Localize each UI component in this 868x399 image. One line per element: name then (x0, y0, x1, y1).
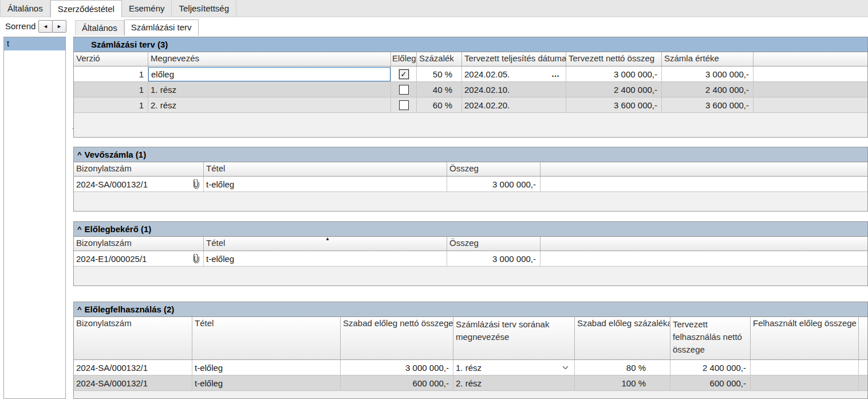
column-header-row: Bizonylatszám Tétel Összeg (74, 162, 867, 177)
cell-megnevezes: 1. rész (148, 82, 391, 97)
section-title: Vevőszámla (1) (85, 150, 147, 159)
table-row[interactable]: 1 ✓ 50 % 2024.02.05. … 3 000 000,- 3 000… (74, 66, 867, 82)
subtab-label: Számlázási terv (131, 22, 192, 32)
col-header-netto[interactable]: Tervezett nettó összeg (566, 52, 662, 66)
cell-filler (859, 375, 867, 390)
col-header-label: Megnevezés (151, 53, 199, 63)
col-header-felhasznalt[interactable]: Felhasznált előleg összege (751, 317, 859, 359)
cell-felhasznalt (751, 360, 859, 375)
section-header-szamlazasi-terv[interactable]: Számlázási terv (3) (74, 37, 867, 52)
col-header-bizonylatszam[interactable]: Bizonylatszám (74, 162, 204, 176)
col-header-tetel[interactable]: Tétel (204, 162, 447, 176)
col-header-bizonylatszam[interactable]: Bizonylatszám (74, 237, 204, 251)
tab-altalanos[interactable]: Általános (0, 1, 50, 17)
paperclip-icon[interactable] (193, 179, 201, 189)
table-row[interactable]: 2024-E1/000025/1 t-előleg 3 000 000,- (74, 251, 867, 267)
col-header-label: Tervezett nettó összeg (569, 53, 654, 63)
cell-osszeg: 3 000 000,- (447, 251, 540, 266)
cell-tetel: t-előleg (204, 251, 447, 266)
cell-datum: 2024.02.10. (462, 82, 566, 97)
tab-label: Szerződéstétel (58, 4, 115, 14)
panel-elolegfelhasznalas: ^ Előlegfelhasználás (2) Bizonylatszám T… (73, 302, 868, 399)
cell-szamla-erteke: 2 400 000,- (662, 82, 753, 97)
date-picker-button[interactable]: … (551, 71, 563, 77)
col-header-label: Bizonylatszám (76, 163, 132, 173)
col-header-megnevezes[interactable]: Megnevezés (148, 52, 391, 66)
eloleg-checkbox[interactable] (399, 100, 409, 110)
sorrend-listbox[interactable]: t (3, 37, 66, 399)
table-row[interactable]: 2024-SA/000132/1 t-előleg 600 000,- 2. r… (74, 375, 867, 391)
eloleg-checkbox[interactable] (399, 85, 409, 95)
cell-datum: 2024.02.20. (462, 97, 566, 112)
col-header-terv-sor[interactable]: Számlázási terv sorának megnevezése (453, 317, 575, 359)
tab-label: Általános (7, 3, 43, 13)
cell-eloleg (391, 97, 417, 112)
panel-szamlazasi-terv: Számlázási terv (3) Verzió Megnevezés El… (73, 37, 868, 138)
subtab-altalanos[interactable]: Általános (75, 20, 124, 36)
cell-megnevezes (148, 66, 391, 81)
cell-netto: 3 600 000,- (566, 97, 662, 112)
cell-tetel: t-előleg (192, 360, 341, 375)
cell-tervezett-felhasznalas: 2 400 000,- (670, 360, 751, 375)
panel-vevoszamla: ^ Vevőszámla (1) Bizonylatszám Tétel Öss… (73, 147, 868, 212)
tab-szerzodestetel[interactable]: Szerződéstétel (50, 0, 122, 17)
cell-szamla-erteke: 3 600 000,- (662, 97, 753, 112)
bizonylatszam-value: 2024-E1/000025/1 (76, 254, 147, 264)
sorrend-next-button[interactable]: ► (52, 20, 66, 33)
cell-tetel: t-előleg (204, 177, 447, 191)
sorrend-prev-button[interactable]: ◄ (38, 20, 53, 33)
column-header-row: Verzió Megnevezés Előleg Százalék Tervez… (74, 52, 867, 66)
cell-bizonylatszam: 2024-E1/000025/1 (74, 251, 204, 266)
column-header-row: Bizonylatszám Tétel Szabad előleg nettó … (74, 317, 867, 360)
cell-szazalek: 40 % (417, 82, 462, 97)
col-header-datum[interactable]: Tervezett teljesítés dátuma (462, 52, 566, 66)
col-header-szabad-pct[interactable]: Szabad előleg százaléka (575, 317, 670, 359)
table-row[interactable]: 2024-SA/000132/1 t-előleg 3 000 000,- (74, 177, 867, 192)
col-header-tetel[interactable]: Tétel (192, 317, 341, 359)
col-header-osszeg[interactable]: Összeg (447, 237, 540, 251)
cell-felhasznalt (751, 375, 859, 390)
cell-verzio: 1 (74, 82, 148, 97)
subtab-label: Általános (82, 23, 117, 33)
cell-verzio: 1 (74, 66, 148, 81)
list-item[interactable]: t (4, 37, 65, 50)
chevron-down-icon[interactable] (562, 366, 572, 370)
tab-teljesitettseg[interactable]: Teljesítettség (172, 1, 236, 17)
cell-szazalek: 60 % (417, 97, 462, 112)
col-header-label: Tervezett teljesítés dátuma (464, 53, 566, 63)
col-header-label: Bizonylatszám (76, 318, 132, 328)
table-row[interactable]: 1 2. rész 60 % 2024.02.20. 3 600 000,- 3… (74, 97, 867, 113)
tab-esemeny[interactable]: Esemény (122, 1, 172, 17)
megnevezes-edit-input[interactable] (148, 67, 390, 81)
col-header-eloleg[interactable]: Előleg (391, 52, 417, 66)
col-header-bizonylatszam[interactable]: Bizonylatszám (74, 317, 192, 359)
section-header-vevoszamla[interactable]: ^ Vevőszámla (1) (74, 147, 867, 162)
col-header-filler (540, 237, 867, 251)
col-header-szazalek[interactable]: Százalék (417, 52, 462, 66)
cell-terv-sor: 2. rész (453, 375, 575, 390)
table-row[interactable]: 2024-SA/000132/1 t-előleg 3 000 000,- 1.… (74, 360, 867, 375)
col-header-label: Előleg (392, 53, 416, 63)
check-icon: ✓ (401, 70, 407, 79)
subtab-szamlazasi-terv[interactable]: Számlázási terv (124, 19, 199, 36)
cell-filler (753, 97, 867, 112)
eloleg-checkbox[interactable]: ✓ (399, 69, 409, 79)
sub-tabstrip: Általános Számlázási terv (75, 18, 199, 36)
section-header-elolegfelhasznalas[interactable]: ^ Előlegfelhasználás (2) (74, 302, 867, 317)
cell-bizonylatszam: 2024-SA/000132/1 (74, 177, 204, 191)
col-header-szamla-erteke[interactable]: Számla értéke (662, 52, 753, 66)
col-header-tetel[interactable]: Tétel ▲ (204, 237, 447, 251)
cell-szabad-pct: 100 % (575, 375, 670, 390)
col-header-label: Összeg (449, 163, 479, 173)
arrow-right-icon: ► (57, 24, 62, 29)
col-header-szabad-netto[interactable]: Szabad előleg nettó összege (341, 317, 453, 359)
paperclip-icon[interactable] (193, 254, 201, 263)
table-row[interactable]: 1 1. rész 40 % 2024.02.10. 2 400 000,- 2… (74, 82, 867, 97)
cell-netto: 3 000 000,- (566, 66, 662, 81)
section-header-elolegbekero[interactable]: ^ Előlegbekérő (1) (74, 222, 867, 237)
cell-szazalek: 50 % (417, 66, 462, 81)
col-header-osszeg[interactable]: Összeg (447, 162, 540, 176)
section-title: Előlegbekérő (1) (85, 224, 152, 234)
col-header-tervezett-felhasznalas[interactable]: Tervezett felhasználás nettó összege (670, 317, 751, 359)
col-header-verzio[interactable]: Verzió (74, 52, 148, 66)
